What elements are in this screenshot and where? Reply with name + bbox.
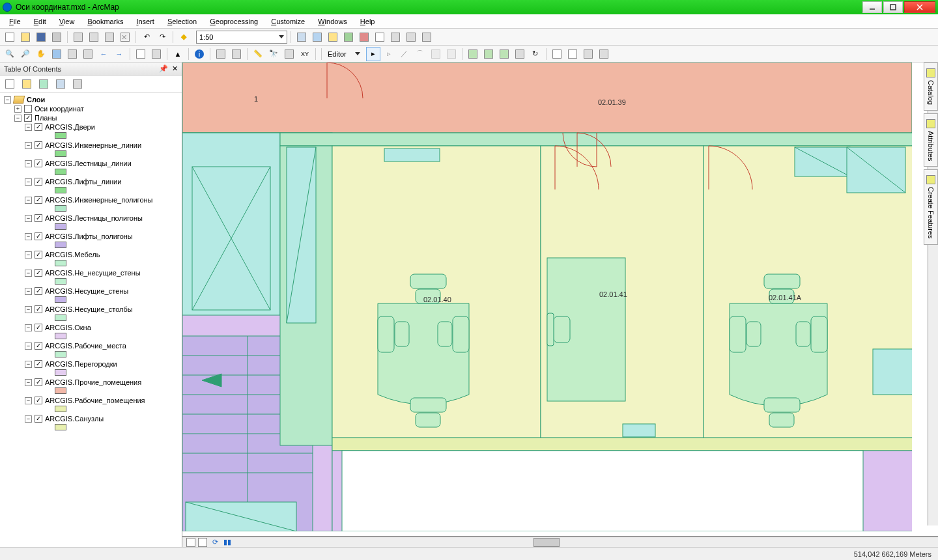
menu-windows[interactable]: Windows: [311, 16, 354, 27]
toc-tree[interactable]: −Слои+Оси координат−Планы−ARCGIS.Двери−A…: [0, 92, 182, 547]
identify-button[interactable]: i: [192, 47, 206, 61]
editor-toolbar-label[interactable]: Editor: [325, 50, 349, 58]
layer-checkbox[interactable]: [35, 141, 42, 149]
menu-file[interactable]: File: [3, 16, 27, 27]
expander-icon[interactable]: −: [25, 178, 32, 186]
layer-swatch[interactable]: [55, 278, 66, 285]
map-scale-select[interactable]: 1:50: [196, 31, 287, 44]
expander-icon[interactable]: −: [25, 124, 32, 131]
expander-icon[interactable]: −: [4, 96, 11, 104]
layer-checkbox[interactable]: [35, 214, 42, 222]
cut-polygons-button[interactable]: [497, 47, 511, 61]
select-elements-button[interactable]: ▲: [171, 47, 185, 61]
layer-swatch[interactable]: [55, 387, 66, 394]
right-angle-button[interactable]: [444, 47, 459, 61]
menu-edit[interactable]: Edit: [27, 16, 53, 27]
find-route-button[interactable]: [282, 47, 296, 61]
expander-icon[interactable]: +: [14, 105, 21, 113]
expander-icon[interactable]: −: [25, 160, 32, 167]
toc-layer[interactable]: −ARCGIS.Прочие_помещения: [1, 378, 180, 387]
expander-icon[interactable]: −: [25, 288, 32, 295]
layer-swatch[interactable]: [55, 369, 66, 376]
side-tab-catalog[interactable]: Catalog: [924, 63, 938, 111]
expander-icon[interactable]: −: [25, 415, 32, 423]
split-button[interactable]: [513, 47, 527, 61]
layer-checkbox[interactable]: [35, 360, 42, 368]
create-features-button[interactable]: [581, 47, 595, 61]
layer-swatch[interactable]: [55, 260, 66, 266]
menu-insert[interactable]: Insert: [130, 16, 161, 27]
back-extent-button[interactable]: ←: [96, 47, 111, 61]
layer-swatch[interactable]: [55, 424, 66, 430]
menu-geoprocessing[interactable]: Geoprocessing: [203, 16, 264, 27]
expander-icon[interactable]: −: [25, 215, 32, 222]
measure-button[interactable]: 📏: [251, 47, 265, 61]
menu-customize[interactable]: Customize: [264, 16, 311, 27]
toc-layer[interactable]: −ARCGIS.Лестницы_полигоны: [1, 214, 180, 223]
redo-button[interactable]: ↷: [155, 30, 169, 44]
layer-swatch[interactable]: [55, 242, 66, 248]
save-button[interactable]: [34, 30, 48, 44]
menu-bookmarks[interactable]: Bookmarks: [81, 16, 130, 27]
print-button[interactable]: [50, 30, 64, 44]
layer-checkbox[interactable]: [35, 378, 42, 386]
expander-icon[interactable]: −: [25, 233, 32, 240]
layer-swatch[interactable]: [55, 223, 66, 230]
toc-close-button[interactable]: ✕: [172, 64, 178, 73]
layer-swatch[interactable]: [55, 150, 66, 157]
close-button[interactable]: [904, 1, 935, 13]
cut-button[interactable]: [71, 30, 85, 44]
toc-layer[interactable]: −ARCGIS.Окна: [1, 323, 180, 332]
expander-icon[interactable]: −: [25, 270, 32, 277]
side-tab-attributes[interactable]: Attributes: [924, 113, 938, 167]
attributes-button[interactable]: [550, 47, 564, 61]
list-by-drawing-order-button[interactable]: [3, 77, 17, 91]
open-button[interactable]: [18, 30, 33, 44]
expander-icon[interactable]: −: [25, 142, 32, 149]
add-data-button[interactable]: ◆: [177, 30, 191, 44]
toc-layer[interactable]: −ARCGIS.Несущие_столбы: [1, 305, 180, 314]
new-doc-button[interactable]: [3, 30, 17, 44]
toc-layer[interactable]: −ARCGIS.Рабочие_помещения: [1, 396, 180, 405]
data-view-button[interactable]: [186, 538, 195, 547]
edit-tool-button[interactable]: ▸: [366, 47, 380, 61]
minimize-button[interactable]: [862, 1, 882, 13]
expander-icon[interactable]: −: [25, 324, 32, 331]
toc-layer[interactable]: +Оси координат: [1, 104, 180, 113]
misc-button-1[interactable]: [404, 30, 418, 44]
fixed-zoom-in-button[interactable]: [65, 47, 79, 61]
list-by-source-button[interactable]: [20, 77, 34, 91]
pause-drawing-button[interactable]: ▮▮: [223, 538, 231, 546]
layer-checkbox[interactable]: [35, 232, 42, 240]
toc-layer[interactable]: −ARCGIS.Инженерные_линии: [1, 141, 180, 150]
menu-selection[interactable]: Selection: [161, 16, 203, 27]
side-tab-create-features[interactable]: Create Features: [924, 169, 938, 244]
edit-annotation-button[interactable]: ▹: [382, 47, 396, 61]
expander-icon[interactable]: −: [25, 197, 32, 204]
layer-checkbox[interactable]: [35, 287, 42, 295]
layer-swatch[interactable]: [55, 205, 66, 212]
zoom-out-button[interactable]: 🔎: [18, 47, 33, 61]
pan-button[interactable]: ✋: [34, 47, 48, 61]
toc-autohide-button[interactable]: 📌: [159, 64, 168, 73]
table-of-contents-button[interactable]: [310, 30, 324, 44]
map-canvas[interactable]: 1 02.01.39 02.01.40 02.01.41 02.01.41А: [182, 63, 938, 537]
paste-button[interactable]: [102, 30, 117, 44]
toc-layer[interactable]: −ARCGIS.Мебель: [1, 250, 180, 259]
full-extent-button[interactable]: [50, 47, 64, 61]
layout-view-button[interactable]: [198, 538, 207, 547]
undo-button[interactable]: ↶: [139, 30, 154, 44]
menu-help[interactable]: Help: [354, 16, 382, 27]
map-horizontal-scrollbar[interactable]: [255, 538, 918, 547]
reshape-button[interactable]: [481, 47, 496, 61]
menu-view[interactable]: View: [53, 16, 81, 27]
editor-toolbar-button[interactable]: [294, 30, 309, 44]
list-by-selection-button[interactable]: [53, 77, 68, 91]
layer-checkbox[interactable]: [35, 415, 42, 423]
misc-button-2[interactable]: [419, 30, 434, 44]
expander-icon[interactable]: −: [25, 379, 32, 386]
toc-layer[interactable]: −ARCGIS.Санузлы: [1, 414, 180, 423]
toc-root[interactable]: −Слои: [1, 95, 180, 104]
layer-checkbox[interactable]: [35, 178, 42, 186]
copy-button[interactable]: [87, 30, 101, 44]
